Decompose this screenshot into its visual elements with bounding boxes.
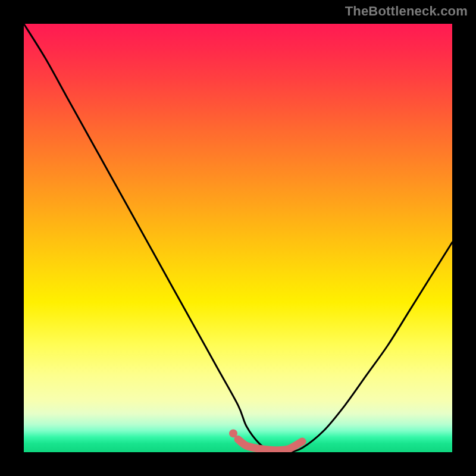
optimal-band-dot bbox=[229, 429, 237, 437]
optimal-band-marker bbox=[229, 429, 302, 450]
chart-svg bbox=[24, 24, 452, 452]
chart-frame: TheBottleneck.com bbox=[0, 0, 476, 476]
optimal-band-path bbox=[238, 439, 302, 450]
bottleneck-curve bbox=[24, 24, 452, 452]
watermark-text: TheBottleneck.com bbox=[345, 4, 468, 19]
bottleneck-curve-g bbox=[24, 24, 452, 452]
plot-area bbox=[24, 24, 452, 452]
